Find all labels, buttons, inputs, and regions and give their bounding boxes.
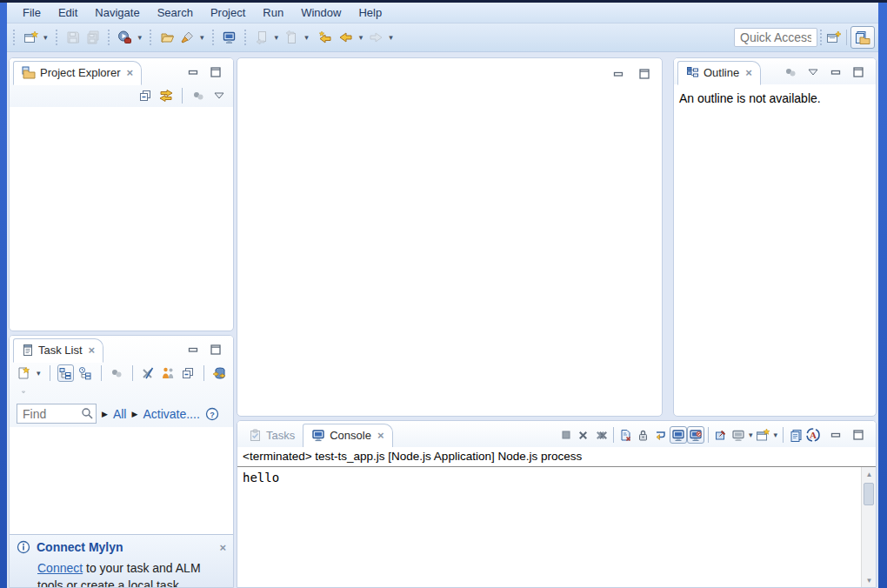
view-dropdown-icon[interactable]: [15, 384, 32, 401]
view-menu-icon[interactable]: [782, 63, 799, 81]
close-icon[interactable]: ×: [89, 344, 96, 357]
close-icon[interactable]: ×: [126, 66, 133, 79]
pin-console-icon[interactable]: [712, 426, 730, 444]
new-wizard-icon[interactable]: [22, 28, 39, 47]
activate-link[interactable]: Activate....: [143, 407, 199, 421]
collapse-all-icon[interactable]: [180, 364, 197, 382]
word-wrap-icon[interactable]: [652, 426, 670, 444]
quick-access-input[interactable]: [734, 28, 817, 47]
console-pages-icon[interactable]: [787, 426, 804, 444]
forward-icon[interactable]: [367, 28, 384, 47]
new-task-dropdown-icon[interactable]: ▾: [35, 369, 43, 378]
show-stdout-icon[interactable]: [670, 426, 687, 444]
console-scrollbar[interactable]: ▲ ▼: [861, 467, 876, 587]
menu-window[interactable]: Window: [292, 3, 350, 22]
console-monitor-icon[interactable]: [221, 28, 238, 47]
next-annotation-icon[interactable]: [253, 28, 270, 47]
remove-all-launches-icon[interactable]: [592, 426, 610, 444]
menu-search[interactable]: Search: [149, 3, 202, 22]
close-icon[interactable]: ×: [377, 429, 384, 442]
toolbar-drag-handle[interactable]: [56, 30, 58, 45]
tab-console[interactable]: Console ×: [303, 424, 392, 448]
tab-project-explorer[interactable]: Project Explorer ×: [13, 61, 142, 85]
tab-task-list[interactable]: Task List ×: [13, 338, 103, 363]
toolbar-drag-handle[interactable]: [820, 30, 823, 45]
link-with-editor-icon[interactable]: [157, 87, 175, 104]
run-external-tools-icon[interactable]: [117, 28, 134, 47]
clear-console-icon[interactable]: [617, 426, 635, 444]
display-console-icon[interactable]: [730, 426, 747, 444]
menu-file[interactable]: File: [14, 3, 50, 22]
scheduled-view-icon[interactable]: [77, 364, 94, 382]
scroll-down-icon[interactable]: ▼: [862, 573, 877, 587]
menu-edit[interactable]: Edit: [50, 3, 86, 22]
connect-link[interactable]: Connect: [37, 561, 83, 575]
maximize-icon[interactable]: [207, 63, 224, 81]
project-explorer-tree[interactable]: [10, 107, 233, 331]
close-icon[interactable]: ×: [745, 66, 752, 79]
minimize-icon[interactable]: [827, 426, 844, 444]
console-output-area[interactable]: hello ▲ ▼: [237, 467, 876, 587]
minimize-icon[interactable]: [827, 63, 844, 81]
view-menu-dropdown-icon[interactable]: [210, 87, 228, 104]
next-annotation-dropdown-icon[interactable]: ▾: [273, 33, 281, 42]
brush-dropdown-icon[interactable]: ▾: [198, 33, 206, 42]
run-dropdown-icon[interactable]: ▾: [137, 33, 144, 42]
maximize-icon[interactable]: [850, 426, 867, 444]
close-icon[interactable]: ×: [219, 541, 226, 554]
new-wizard-dropdown-icon[interactable]: ▾: [42, 33, 50, 42]
previous-annotation-dropdown-icon[interactable]: ▾: [303, 33, 310, 42]
view-menu-icon[interactable]: [109, 364, 125, 382]
previous-annotation-icon[interactable]: [283, 28, 300, 47]
display-console-dropdown-icon[interactable]: ▾: [747, 431, 755, 439]
tab-tasks[interactable]: Tasks: [241, 423, 303, 447]
minimize-icon[interactable]: [610, 65, 627, 83]
view-menu-icon[interactable]: [190, 87, 207, 104]
terminate-icon[interactable]: [557, 426, 575, 444]
toolbar-drag-handle[interactable]: [13, 30, 16, 45]
toolbar-drag-handle[interactable]: [212, 30, 215, 45]
menu-project[interactable]: Project: [202, 3, 254, 22]
editor-area[interactable]: [237, 57, 663, 417]
back-dropdown-icon[interactable]: ▾: [357, 33, 365, 42]
scrollbar-thumb[interactable]: [864, 483, 874, 505]
expand-arrow-icon[interactable]: ▶: [131, 410, 137, 418]
tab-outline[interactable]: Outline ×: [677, 61, 761, 85]
back-icon[interactable]: [337, 28, 355, 47]
collapse-all-icon[interactable]: [137, 87, 154, 104]
open-folder-icon[interactable]: [158, 28, 176, 47]
ansi-console-icon[interactable]: A: [804, 426, 822, 444]
toolbar-drag-handle[interactable]: [108, 30, 110, 45]
forward-dropdown-icon[interactable]: ▾: [387, 33, 395, 42]
minimize-icon[interactable]: [184, 341, 202, 358]
synchronize-tasks-icon[interactable]: [211, 364, 228, 382]
paintbrush-icon[interactable]: [178, 28, 196, 47]
show-stderr-icon[interactable]: [687, 426, 704, 444]
view-menu-dropdown-icon[interactable]: [804, 63, 822, 81]
scroll-up-icon[interactable]: ▲: [862, 467, 877, 481]
new-task-icon[interactable]: [15, 364, 31, 382]
menu-navigate[interactable]: Navigate: [86, 3, 148, 22]
categorized-view-icon[interactable]: [57, 364, 74, 382]
save-icon[interactable]: [64, 28, 82, 47]
active-perspective-icon[interactable]: [850, 26, 875, 49]
focus-workweek-icon[interactable]: [160, 364, 177, 382]
open-console-icon[interactable]: [754, 426, 771, 444]
last-edit-location-icon[interactable]: [317, 28, 335, 47]
remove-launch-icon[interactable]: [575, 426, 592, 444]
menu-help[interactable]: Help: [350, 3, 390, 22]
scroll-lock-icon[interactable]: [635, 426, 652, 444]
toolbar-drag-handle[interactable]: [244, 30, 247, 45]
maximize-icon[interactable]: [636, 65, 653, 83]
maximize-icon[interactable]: [850, 63, 867, 81]
expand-arrow-icon[interactable]: ▶: [102, 410, 108, 418]
menu-run[interactable]: Run: [254, 3, 292, 22]
toolbar-drag-handle[interactable]: [150, 30, 152, 45]
open-console-dropdown-icon[interactable]: ▾: [771, 431, 779, 439]
minimize-icon[interactable]: [184, 63, 202, 81]
open-perspective-icon[interactable]: [825, 28, 843, 47]
all-link[interactable]: All: [113, 407, 127, 421]
hide-completed-icon[interactable]: [140, 364, 157, 382]
save-all-icon[interactable]: [84, 28, 102, 47]
maximize-icon[interactable]: [207, 341, 224, 358]
